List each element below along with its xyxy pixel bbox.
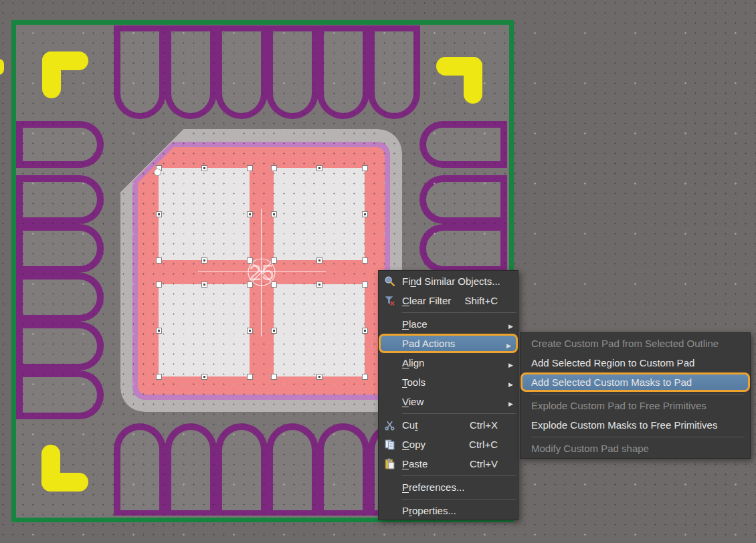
selection-handle[interactable] [247, 211, 253, 217]
menu-item-place[interactable]: Place [379, 314, 518, 334]
selection-handle[interactable] [362, 211, 368, 217]
menu-item-label: Tools [402, 376, 426, 388]
submenu-item-label: Explode Custom Pad to Free Primitives [531, 400, 706, 411]
submenu-arrow-icon [508, 357, 513, 368]
scissors-icon [384, 419, 395, 431]
selection-handle[interactable] [201, 282, 207, 288]
menu-item-clear-filter[interactable]: Clear Filter Shift+C [379, 291, 518, 310]
menu-separator [402, 475, 516, 476]
context-menu: Find Similar Objects... Clear Filter Shi… [378, 270, 518, 520]
submenu-arrow-icon [506, 338, 511, 349]
selection-handle[interactable] [201, 257, 207, 263]
submenu-arrow-icon [508, 318, 513, 330]
paste-icon [384, 458, 395, 469]
selection-handle[interactable] [362, 374, 368, 380]
selection-handle[interactable] [201, 165, 207, 171]
silkscreen-edge-fragment[interactable] [0, 59, 4, 75]
menu-item-label: Pad Actions [402, 338, 455, 349]
menu-separator [402, 413, 516, 414]
menu-item-label: Copy [402, 439, 426, 450]
selection-handle[interactable] [316, 257, 322, 263]
menu-item-label: Find Similar Objects... [402, 276, 500, 287]
submenu-item-label: Explode Custom Masks to Free Primitives [531, 419, 717, 431]
magnifier-icon [384, 276, 395, 287]
selection-handle[interactable] [271, 282, 277, 288]
submenu-item-label: Add Selected Custom Masks to Pad [531, 376, 692, 388]
menu-item-tools[interactable]: Tools [379, 372, 518, 392]
menu-item-pad-actions[interactable]: Pad Actions [379, 334, 518, 353]
selection-handle[interactable] [156, 282, 162, 288]
selection-handle[interactable] [247, 257, 253, 263]
selection-handle[interactable] [271, 257, 277, 263]
menu-item-label: Properties... [402, 505, 456, 516]
pcb-editor-viewport: 25 Find Similar Objects... Clear Filter … [0, 0, 756, 543]
clear-filter-icon [384, 295, 395, 306]
selection-handle[interactable] [156, 257, 162, 263]
selection-handle[interactable] [271, 211, 277, 217]
selection-handle[interactable] [247, 328, 253, 334]
vertex-handle[interactable] [154, 169, 161, 176]
submenu-item-label: Add Selected Region to Custom Pad [531, 357, 694, 368]
submenu-item-modify-custom-pad-shape: Modify Custom Pad shape [521, 439, 750, 458]
menu-item-label: Preferences... [402, 481, 464, 493]
submenu-item-explode-custom-masks[interactable]: Explode Custom Masks to Free Primitives [521, 415, 750, 435]
selection-handle[interactable] [362, 257, 368, 263]
menu-item-label: Place [402, 318, 428, 330]
submenu-item-label: Modify Custom Pad shape [531, 443, 649, 454]
submenu-arrow-icon [508, 396, 513, 407]
menu-item-label: Clear Filter [402, 295, 451, 306]
selection-handle[interactable] [316, 165, 322, 171]
menu-item-find-similar-objects[interactable]: Find Similar Objects... [379, 272, 518, 291]
pad-actions-submenu: Create Custom Pad from Selected Outline … [520, 332, 751, 459]
selection-handle[interactable] [247, 374, 253, 380]
pad-designator-marker: 25 [235, 245, 288, 299]
selection-handle[interactable] [247, 165, 253, 171]
menu-item-preferences[interactable]: Preferences... [379, 477, 518, 497]
menu-item-label: Paste [402, 458, 428, 469]
menu-item-copy[interactable]: Copy Ctrl+C [379, 435, 518, 454]
selection-handle[interactable] [316, 374, 322, 380]
submenu-item-add-selected-custom-masks[interactable]: Add Selected Custom Masks to Pad [521, 372, 750, 392]
menu-item-label: View [402, 396, 423, 407]
selection-handle[interactable] [271, 165, 277, 171]
copy-icon [384, 439, 395, 450]
selection-handle[interactable] [362, 165, 368, 171]
menu-item-properties[interactable]: Properties... [379, 501, 518, 520]
menu-separator [531, 394, 745, 395]
submenu-item-label: Create Custom Pad from Selected Outline [531, 338, 719, 349]
selection-handle[interactable] [316, 282, 322, 288]
selection-handle[interactable] [271, 374, 277, 380]
menu-item-label: Cut [402, 419, 417, 431]
selection-handle[interactable] [271, 328, 277, 334]
menu-separator [402, 312, 516, 313]
submenu-item-explode-custom-pad: Explode Custom Pad to Free Primitives [521, 396, 750, 415]
menu-shortcut: Ctrl+C [469, 439, 498, 450]
menu-item-paste[interactable]: Paste Ctrl+V [379, 454, 518, 473]
menu-shortcut: Shift+C [464, 295, 498, 306]
selection-handle[interactable] [156, 374, 162, 380]
selection-handle[interactable] [362, 328, 368, 334]
menu-shortcut: Ctrl+V [470, 458, 498, 469]
submenu-item-add-selected-region[interactable]: Add Selected Region to Custom Pad [521, 353, 750, 372]
menu-item-align[interactable]: Align [379, 353, 518, 372]
submenu-item-create-custom-pad: Create Custom Pad from Selected Outline [521, 334, 750, 353]
selection-handle[interactable] [201, 374, 207, 380]
menu-shortcut: Ctrl+X [470, 419, 498, 431]
menu-item-view[interactable]: View [379, 392, 518, 411]
submenu-arrow-icon [508, 376, 513, 388]
menu-separator [531, 437, 745, 437]
selection-handle[interactable] [156, 211, 162, 217]
menu-separator [402, 499, 516, 500]
menu-item-cut[interactable]: Cut Ctrl+X [379, 415, 518, 435]
menu-item-label: Align [402, 357, 424, 368]
selection-handle[interactable] [156, 328, 162, 334]
selection-handle[interactable] [247, 282, 253, 288]
selection-handle[interactable] [362, 282, 368, 288]
